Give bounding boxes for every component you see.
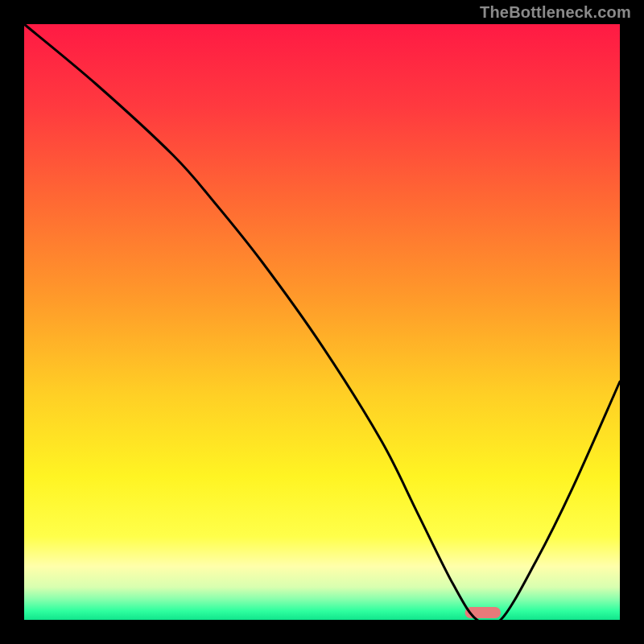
watermark-text: TheBottleneck.com	[480, 3, 631, 22]
chart-root: TheBottleneck.com	[0, 0, 644, 644]
chart-background	[24, 24, 620, 620]
chart-svg	[0, 0, 644, 644]
